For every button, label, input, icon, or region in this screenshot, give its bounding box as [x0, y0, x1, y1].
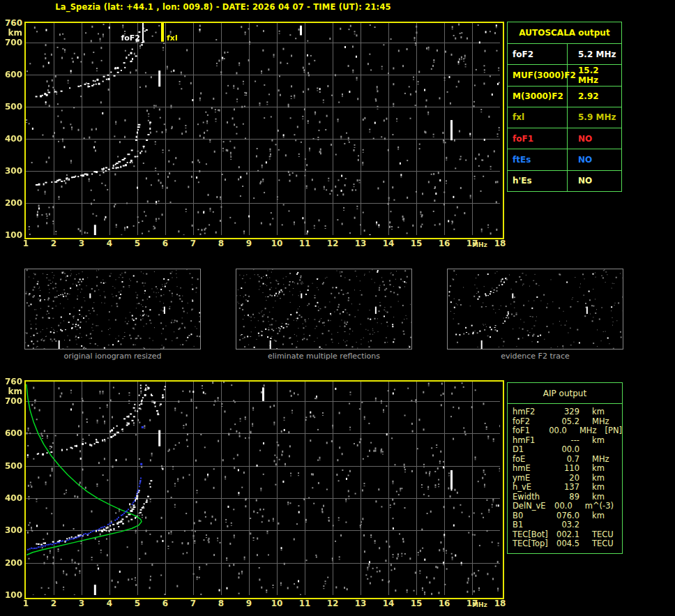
autoscala-row-label: fxl: [508, 107, 568, 128]
autoscala-row-fxl: fxl5.9 MHz: [508, 107, 621, 128]
aip-row-ymE: ymE20km: [513, 474, 622, 483]
aip-value: 00.0: [546, 426, 567, 436]
aip-unit: km: [579, 511, 605, 521]
aip-unit: km: [579, 464, 605, 474]
aip-value: 002.1: [554, 530, 579, 540]
thumbnail-canvas: [25, 269, 200, 349]
x-tick-label: 16: [435, 239, 453, 248]
aip-row-hmE: hmE110km: [513, 464, 622, 474]
y-tick-label: 300: [1, 166, 22, 176]
y-tick-label: 200: [1, 558, 22, 568]
aip-value: 00.0: [554, 445, 579, 455]
x-tick-label: 3: [73, 599, 91, 608]
x-tick-label: 8: [212, 599, 230, 608]
x-tick-label: 7: [184, 599, 202, 608]
autoscala-row-value: NO: [568, 171, 621, 191]
x-tick-label: 5: [128, 239, 146, 248]
x-tick-label: 18: [491, 599, 509, 608]
aip-note: [609, 417, 618, 427]
x-tick-label: 13: [351, 599, 370, 608]
autoscala-row-M(3000)F2: M(3000)F22.92: [508, 87, 621, 107]
x-axis-unit: MHz: [472, 241, 487, 248]
x-tick-label: 14: [379, 239, 397, 248]
aip-value: 20: [554, 474, 579, 483]
aip-row-TEC[Bot]: TEC[Bot]002.1TECU: [513, 530, 622, 540]
aip-value: 89: [554, 493, 579, 502]
aip-row-B1: B103.2: [513, 520, 622, 530]
autoscala-row-value: 2.92: [568, 87, 621, 107]
aip-note: [PN]: [596, 426, 622, 436]
profile-ionogram-canvas: [26, 382, 500, 595]
aip-row-DelN_vE: DelN_vE00.0m^(-3): [513, 502, 622, 511]
y-tick-label: 600: [1, 70, 22, 80]
aip-label: hmE: [513, 464, 554, 474]
autoscala-row-value: 15.2 MHz: [568, 65, 621, 85]
aip-row-h_vE: h_vE137km: [513, 483, 622, 493]
aip-label: D1: [513, 445, 554, 455]
x-tick-label: 2: [45, 239, 63, 248]
autoscala-row-label: ftEs: [508, 149, 568, 170]
profile-ionogram-plot: [24, 380, 504, 599]
aip-unit: [579, 445, 592, 455]
aip-note: [614, 539, 622, 549]
x-tick-label: 6: [156, 239, 174, 248]
aip-unit: TECU: [579, 539, 614, 549]
y-tick-label: 760: [1, 18, 22, 28]
aip-note: [605, 464, 613, 474]
aip-note: [592, 445, 600, 455]
x-tick-label: 1: [17, 239, 35, 248]
autoscala-row-label: M(3000)F2: [508, 87, 568, 107]
aip-value: 329: [554, 407, 579, 417]
aip-unit: MHz: [567, 426, 597, 436]
aip-unit: TECU: [579, 530, 614, 540]
aip-unit: m^(-3): [572, 502, 614, 511]
x-tick-label: 14: [379, 599, 397, 608]
x-tick-label: 4: [100, 239, 119, 248]
autoscala-row-foF1: foF1NO: [508, 128, 621, 149]
autoscala-row-value: 5.2 MHz: [568, 44, 621, 64]
y-tick-label: 500: [1, 461, 22, 471]
y-tick-label: 600: [1, 428, 22, 438]
autoscala-row-label: h'Es: [508, 171, 568, 191]
x-tick-label: 8: [212, 239, 230, 248]
y-tick-label: 400: [1, 134, 22, 144]
x-tick-label: 10: [268, 599, 286, 608]
aip-label: foF2: [513, 417, 554, 427]
aip-unit: [579, 520, 592, 530]
aip-value: 137: [554, 483, 579, 493]
x-tick-label: 6: [156, 599, 174, 608]
autoscala-output-table: AUTOSCALA output foF25.2 MHzMUF(3000)F21…: [507, 22, 622, 192]
aip-row-TEC[Top]: TEC[Top]004.5TECU: [513, 539, 622, 549]
x-tick-label: 10: [268, 239, 286, 248]
aip-row-Ewidth: Ewidth89km: [513, 493, 622, 502]
y-tick-label: 700: [1, 38, 22, 47]
aip-table-rows: hmF2329kmfoF205.2MHzfoF100.0MHz[PN]hmF1-…: [508, 404, 622, 549]
aip-unit: km: [579, 493, 605, 502]
x-tick-label: 12: [324, 239, 342, 248]
autoscala-table-header: AUTOSCALA output: [508, 22, 621, 44]
autoscala-table-rows: foF25.2 MHzMUF(3000)F215.2 MHzM(3000)F22…: [508, 44, 621, 191]
aip-label: h_vE: [513, 483, 554, 493]
aip-row-foF1: foF100.0MHz[PN]: [513, 426, 622, 436]
aip-value: 110: [554, 464, 579, 474]
autoscala-row-h'Es: h'EsNO: [508, 171, 621, 191]
aip-value: ---: [554, 436, 579, 446]
aip-table-header: AIP output: [508, 383, 622, 404]
thumbnail-caption: original ionogram resized: [24, 352, 201, 361]
aip-value: 03.2: [554, 520, 579, 530]
aip-unit: MHz: [579, 417, 609, 427]
x-axis-unit: MHz: [472, 601, 487, 608]
aip-value: 0.7: [554, 455, 579, 465]
aip-note: [605, 474, 613, 483]
x-tick-label: 9: [240, 599, 258, 608]
y-axis-unit: km: [1, 28, 22, 38]
y-tick-label: 200: [1, 198, 22, 208]
aip-note: [605, 483, 613, 493]
thumbnail-evidence-f2-trace: [447, 269, 623, 350]
aip-row-hmF2: hmF2329km: [513, 407, 622, 417]
aip-note: [605, 493, 613, 502]
x-tick-label: 13: [351, 239, 370, 248]
aip-row-D1: D100.0: [513, 445, 622, 455]
aip-label: hmF1: [513, 436, 554, 446]
autoscala-row-value: NO: [568, 149, 621, 170]
